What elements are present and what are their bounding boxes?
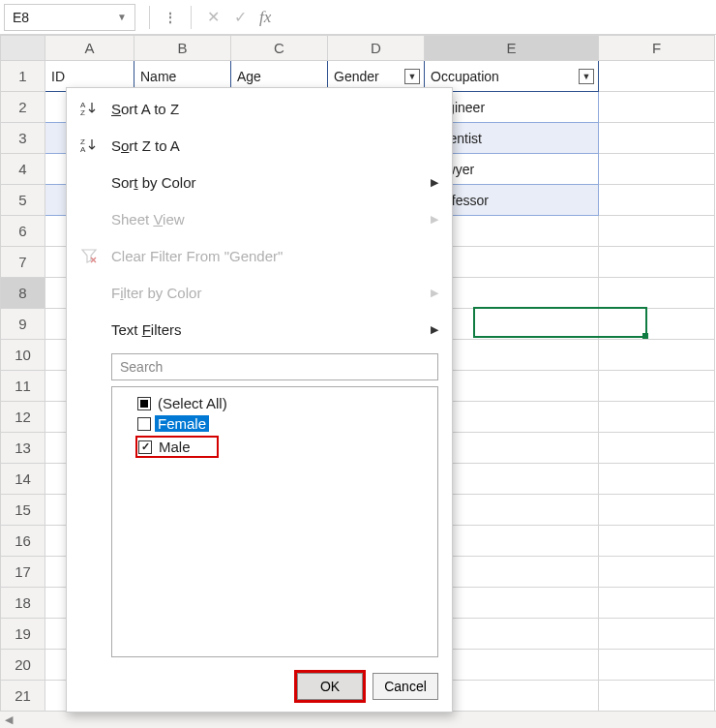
select-all-corner[interactable] — [1, 36, 45, 61]
filter-item-label: Male — [156, 439, 194, 455]
checkbox-checked-icon[interactable] — [138, 440, 152, 454]
cell[interactable] — [599, 309, 715, 340]
clear-filter: Clear Filter From "Gender" — [67, 237, 452, 274]
cell[interactable] — [599, 216, 715, 247]
col-header-f[interactable]: F — [599, 36, 715, 61]
col-header-d[interactable]: D — [328, 36, 425, 61]
cell[interactable] — [599, 619, 715, 650]
sort-za-icon: ZA — [78, 135, 100, 156]
menu-label: Sheet View — [111, 211, 419, 228]
cell[interactable] — [599, 526, 715, 557]
row-header-12[interactable]: 12 — [1, 402, 45, 433]
col-header-a[interactable]: A — [45, 36, 134, 61]
sort-z-to-a[interactable]: ZA Sort Z to A — [67, 127, 452, 164]
row-header-18[interactable]: 18 — [1, 588, 45, 619]
cell[interactable] — [599, 278, 715, 309]
sort-az-icon: AZ — [78, 98, 100, 119]
cell[interactable] — [599, 495, 715, 526]
cell[interactable] — [599, 247, 715, 278]
filter-buttons: OK Cancel — [67, 665, 452, 712]
submenu-arrow-icon: ▶ — [431, 287, 438, 299]
filter-check-select-all[interactable]: (Select All) — [116, 393, 433, 413]
cancel-icon: ✕ — [201, 6, 224, 29]
filter-button-occupation[interactable]: ▼ — [579, 69, 594, 84]
insert-function-icon[interactable]: fx — [259, 8, 271, 27]
filter-dropdown-menu: AZ Sort A to Z ZA Sort Z to A Sort by Co… — [66, 87, 453, 713]
blank-icon — [78, 171, 100, 193]
filter-by-color: Filter by Color ▶ — [67, 274, 452, 311]
row-header-17[interactable]: 17 — [1, 557, 45, 588]
filter-item-label: (Select All) — [155, 395, 230, 411]
menu-label: Sort by Color — [111, 174, 419, 191]
col-header-c[interactable]: C — [231, 36, 328, 61]
name-box-value: E8 — [13, 10, 117, 25]
row-header-1[interactable]: 1 — [1, 61, 45, 92]
ok-button[interactable]: OK — [297, 673, 363, 700]
horizontal-scrollbar[interactable]: ◀ — [0, 711, 716, 728]
scroll-left-icon[interactable]: ◀ — [0, 713, 17, 726]
row-header-3[interactable]: 3 — [1, 123, 45, 154]
row-header-13[interactable]: 13 — [1, 433, 45, 464]
row-header-10[interactable]: 10 — [1, 340, 45, 371]
col-header-e[interactable]: E — [425, 36, 599, 61]
row-header-6[interactable]: 6 — [1, 216, 45, 247]
filter-search-input[interactable] — [111, 353, 438, 380]
cell[interactable] — [599, 154, 715, 185]
formula-bar-options-icon[interactable]: ⋮ — [160, 10, 181, 25]
row-header-15[interactable]: 15 — [1, 495, 45, 526]
cell[interactable] — [599, 61, 715, 92]
checkbox-unchecked-icon[interactable] — [137, 417, 151, 431]
row-header-5[interactable]: 5 — [1, 185, 45, 216]
submenu-arrow-icon: ▶ — [431, 176, 438, 189]
cell[interactable] — [599, 433, 715, 464]
row-header-19[interactable]: 19 — [1, 619, 45, 650]
blank-icon — [78, 282, 100, 303]
cancel-button[interactable]: Cancel — [373, 673, 438, 700]
row-header-21[interactable]: 21 — [1, 681, 45, 712]
cell[interactable] — [599, 371, 715, 402]
svg-text:A: A — [80, 145, 86, 154]
enter-icon: ✓ — [228, 6, 252, 29]
row-header-11[interactable]: 11 — [1, 371, 45, 402]
row-header-4[interactable]: 4 — [1, 154, 45, 185]
cell[interactable] — [599, 402, 715, 433]
col-header-b[interactable]: B — [134, 36, 231, 61]
cell[interactable] — [599, 340, 715, 371]
cell[interactable] — [599, 650, 715, 681]
row-header-8[interactable]: 8 — [1, 278, 45, 309]
row-header-14[interactable]: 14 — [1, 464, 45, 495]
cell[interactable] — [599, 92, 715, 123]
cell[interactable] — [599, 185, 715, 216]
separator — [191, 6, 192, 29]
filter-check-female[interactable]: Female — [116, 413, 433, 434]
submenu-arrow-icon: ▶ — [431, 323, 438, 336]
menu-label: Text Filters — [111, 321, 419, 338]
checkbox-indeterminate-icon[interactable] — [137, 397, 151, 410]
row-header-20[interactable]: 20 — [1, 650, 45, 681]
sort-by-color[interactable]: Sort by Color ▶ — [67, 164, 452, 200]
name-box-dropdown-icon[interactable]: ▼ — [117, 12, 127, 22]
text-filters[interactable]: Text Filters ▶ — [67, 311, 452, 348]
blank-icon — [78, 208, 100, 229]
menu-label: Clear Filter From "Gender" — [111, 248, 438, 264]
row-header-2[interactable]: 2 — [1, 92, 45, 123]
row-header-9[interactable]: 9 — [1, 309, 45, 340]
cell[interactable] — [599, 464, 715, 495]
row-header-7[interactable]: 7 — [1, 247, 45, 278]
filter-check-male[interactable]: Male — [116, 434, 433, 460]
sheet-view: Sheet View ▶ — [67, 200, 452, 237]
filter-values-list[interactable]: (Select All) Female Male — [111, 386, 438, 657]
name-box[interactable]: E8 ▼ — [4, 4, 135, 31]
cell[interactable] — [599, 681, 715, 712]
filter-button-gender[interactable]: ▼ — [404, 69, 420, 84]
formula-bar: E8 ▼ ⋮ ✕ ✓ fx — [0, 0, 716, 35]
cell[interactable] — [599, 557, 715, 588]
filter-search-wrap — [111, 353, 438, 380]
cell[interactable] — [599, 123, 715, 154]
menu-label: Sort Z to A — [111, 137, 438, 154]
cell[interactable] — [599, 588, 715, 619]
sort-a-to-z[interactable]: AZ Sort A to Z — [67, 90, 452, 127]
submenu-arrow-icon: ▶ — [431, 213, 438, 226]
filter-item-label: Female — [155, 415, 209, 432]
row-header-16[interactable]: 16 — [1, 526, 45, 557]
